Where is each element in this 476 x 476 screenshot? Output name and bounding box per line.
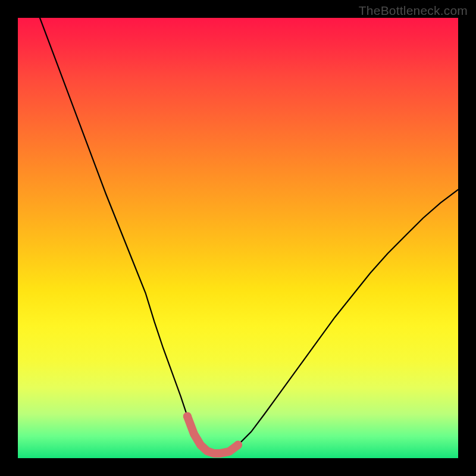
plot-area xyxy=(18,18,458,458)
bottleneck-curve xyxy=(40,18,458,453)
optimal-range-highlight xyxy=(187,416,238,453)
optimal-range-start-dot xyxy=(183,412,192,421)
watermark-text: TheBottleneck.com xyxy=(359,4,468,18)
optimal-range-end-dot xyxy=(234,441,242,449)
chart-frame: TheBottleneck.com xyxy=(0,0,476,476)
curve-layer xyxy=(18,18,458,458)
